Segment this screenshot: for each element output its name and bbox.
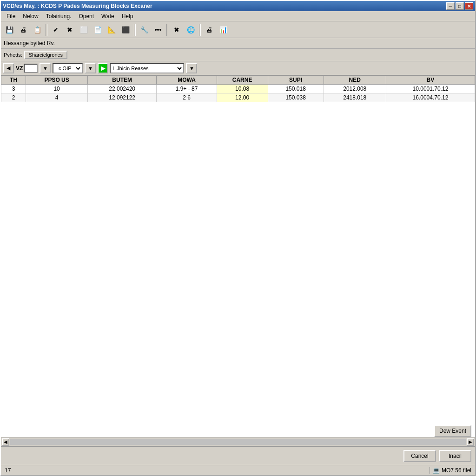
status-left: 17 (3, 467, 430, 474)
scroll-right-button[interactable]: ▶ (467, 438, 474, 446)
secondary-text: Hessange byited Rv. (4, 40, 55, 46)
cell-mowa-1: 2 6 (157, 93, 217, 102)
tb-dots[interactable]: ••• (152, 23, 165, 36)
cell-carne-0: 10.08 (217, 85, 268, 93)
cell-mowa-0: 1.9+ - 87 (157, 85, 217, 93)
cell-butem-1: 12.092122 (87, 93, 156, 102)
cell-ppso-0: 10 (26, 85, 88, 93)
window-title: VCD/es May. : KCDS P Pades Measuring Blo… (3, 3, 152, 9)
col-header-bv[interactable]: BV (386, 76, 475, 85)
tb-sep3 (166, 24, 168, 36)
tb-block[interactable]: ⬛ (119, 23, 132, 36)
table-area: TH PPSO US BUTEM MOWA CARNE SUPI NED BV … (1, 75, 475, 249)
nav-dropdown-arrow[interactable]: ▼ (40, 63, 51, 73)
menu-help[interactable]: Help (118, 12, 137, 20)
tb-cancel[interactable]: ✖ (63, 23, 76, 36)
tb-print2[interactable]: 🖨 (203, 23, 216, 36)
cancel-button[interactable]: Cancel (403, 450, 436, 462)
menu-tolairiung[interactable]: Tolairiung. (42, 12, 75, 20)
location-dropdown-arrow[interactable]: ▼ (186, 63, 197, 73)
location-dropdown[interactable]: L Jhicin Reases (110, 63, 184, 73)
toolbar: 💾 🖨 📋 ✔ ✖ ⬜ 📄 📐 ⬛ 🔧 ••• ✖ 🌐 🖨 📊 (1, 21, 475, 38)
menu-wate[interactable]: Wate (98, 12, 118, 20)
menu-nelow[interactable]: Nelow (19, 12, 42, 20)
content-area: TH PPSO US BUTEM MOWA CARNE SUPI NED BV … (1, 75, 475, 446)
new-event-button[interactable]: Dew Event (434, 425, 471, 437)
status-text: MO7 56 fllel (442, 467, 471, 474)
title-bar-buttons: ─ □ ✕ (446, 2, 473, 10)
cell-carne-1: 12.00 (217, 93, 268, 102)
dropdown-arrow2[interactable]: ▼ (85, 63, 96, 73)
col-header-supi[interactable]: SUPI (268, 76, 324, 85)
btn-bar: Cancel Inacil (1, 446, 475, 465)
inacil-button[interactable]: Inacil (439, 450, 471, 462)
tb-sep4 (199, 24, 201, 36)
col-header-butem[interactable]: BUTEM (87, 76, 156, 85)
table-row[interactable]: 2412.0921222 612.00150.0382418.01816.000… (1, 93, 475, 102)
cell-ned-1: 2418.018 (324, 93, 386, 102)
tb-print[interactable]: 🖨 (17, 23, 30, 36)
filter-label: Pvhetts: (4, 52, 22, 58)
cell-ned-0: 2012.008 (324, 85, 386, 93)
menu-file[interactable]: File (3, 12, 19, 20)
tb-globe[interactable]: 🌐 (184, 23, 197, 36)
cell-supi-0: 150.018 (268, 85, 324, 93)
vz-label: VZ (16, 65, 23, 72)
tb-save[interactable]: 💾 (3, 23, 16, 36)
cell-butem-0: 22.002420 (87, 85, 156, 93)
col-header-ned[interactable]: NED (324, 76, 386, 85)
filter-button[interactable]: Sharcielgrones (24, 51, 67, 59)
tb-square[interactable]: ⬜ (77, 23, 90, 36)
col-header-mowa[interactable]: MOWA (157, 76, 217, 85)
cell-bv-0: 10.0001.70.12 (386, 85, 475, 93)
vz-box: VZ (16, 64, 38, 73)
status-right: 💻 MO7 56 fllel (430, 467, 473, 474)
tb-sep2 (134, 24, 136, 36)
toolbar2: ◀ VZ ▼ - c OIP - ▼ ▶ L Jhicin Reases ▼ (1, 61, 475, 75)
tb-wrench[interactable]: 🔧 (138, 23, 151, 36)
menu-opent[interactable]: Opent (75, 12, 98, 20)
oip-dropdown[interactable]: - c OIP - (53, 63, 83, 73)
secondary-bar: Hessange byited Rv. (1, 38, 475, 49)
col-header-th[interactable]: TH (1, 76, 26, 85)
tb-close[interactable]: ✖ (170, 23, 183, 36)
cell-th-0: 3 (1, 85, 26, 93)
status-bar: 17 💻 MO7 56 fllel (1, 465, 475, 475)
cell-th-1: 2 (1, 93, 26, 102)
tb-sep1 (46, 24, 47, 36)
vz-input[interactable] (24, 64, 38, 73)
data-table: TH PPSO US BUTEM MOWA CARNE SUPI NED BV … (1, 75, 475, 102)
nav-back[interactable]: ◀ (3, 63, 14, 73)
close-button[interactable]: ✕ (465, 2, 473, 10)
new-event-area: Dew Event (1, 423, 475, 437)
scroll-left-button[interactable]: ◀ (2, 438, 9, 446)
app-window: VCD/es May. : KCDS P Pades Measuring Blo… (0, 0, 476, 476)
menu-bar: File Nelow Tolairiung. Opent Wate Help (1, 11, 475, 21)
filter-bar: Pvhetts: Sharcielgrones (1, 49, 475, 61)
cell-supi-1: 150.038 (268, 93, 324, 102)
cell-bv-1: 16.0004.70.12 (386, 93, 475, 102)
col-header-carne[interactable]: CARNE (217, 76, 268, 85)
minimize-button[interactable]: ─ (446, 2, 455, 10)
tb-doc[interactable]: 📄 (91, 23, 104, 36)
restore-button[interactable]: □ (456, 2, 464, 10)
scroll-track[interactable] (10, 439, 466, 445)
table-row[interactable]: 31022.0024201.9+ - 8710.08150.0182012.00… (1, 85, 475, 93)
tb-chart[interactable]: 📊 (217, 23, 230, 36)
tb-check[interactable]: ✔ (49, 23, 62, 36)
status-icon: 💻 (433, 467, 440, 474)
empty-area (1, 249, 475, 423)
title-bar: VCD/es May. : KCDS P Pades Measuring Blo… (1, 1, 475, 11)
tb-copy[interactable]: 📋 (31, 23, 44, 36)
tb-measure[interactable]: 📐 (105, 23, 118, 36)
go-button[interactable]: ▶ (98, 63, 108, 73)
scroll-area: ◀ ▶ (1, 437, 475, 446)
col-header-ppso[interactable]: PPSO US (26, 76, 88, 85)
cell-ppso-1: 4 (26, 93, 88, 102)
